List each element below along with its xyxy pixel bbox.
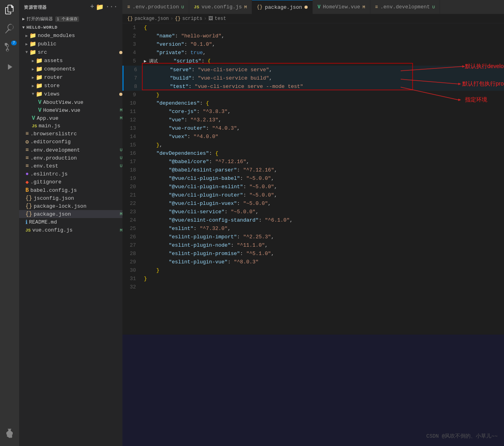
tab-env-production[interactable]: ≡ .env.production U	[122, 0, 189, 14]
tree-item-browserslistrc[interactable]: ≡ .browserslistrc	[19, 130, 122, 138]
modified-badge: M	[120, 212, 122, 216]
open-editors-label[interactable]: ▶ 打开的编辑器 1 个未保存	[19, 15, 122, 23]
tree-item-eslintrc[interactable]: ● .eslintrc.js	[19, 170, 122, 178]
token: "eslint"	[169, 226, 193, 232]
token	[144, 217, 169, 223]
source-control-icon[interactable]: 7	[0, 38, 19, 57]
token	[161, 58, 173, 64]
env-icon: ≡	[25, 147, 29, 153]
token: ,	[221, 33, 225, 39]
tree-item-appvue[interactable]: V App.vue M	[19, 114, 122, 122]
folder-arrow-icon: ▶	[32, 75, 34, 80]
env-icon: ≡	[25, 130, 29, 137]
project-root-label[interactable]: ▼ HELLO-WORLD	[19, 23, 122, 31]
tree-item-env-development[interactable]: ≡ .env.development U	[19, 146, 122, 154]
line-content: "serve": "vue-cli-service serve",	[143, 66, 504, 74]
sidebar-header: 资源管理器 + 📁 ···	[19, 0, 122, 14]
token: "^3.8.3"	[203, 109, 227, 115]
tree-item-package-lock[interactable]: {} package-lock.json	[19, 202, 122, 210]
modified-badge: M	[120, 108, 122, 113]
token	[144, 92, 156, 98]
code-line: 19 "@vue/cli-plugin-babel": "~5.0.0",	[122, 174, 504, 183]
tree-item-node-modules[interactable]: ▶ 📁 node_modules	[19, 31, 122, 40]
new-file-icon[interactable]: +	[90, 3, 94, 11]
tree-item-editorconfig[interactable]: ⚙ .editorconfig	[19, 138, 122, 146]
tab-homeview[interactable]: V HomeView.vue M	[313, 0, 370, 14]
token: ,	[218, 117, 221, 123]
tab-label: vue.config.js	[202, 4, 242, 10]
tree-item-aboutview[interactable]: V AboutView.vue	[19, 98, 122, 106]
token: :	[187, 134, 194, 140]
line-number: 16	[122, 149, 142, 158]
file-label: router	[44, 74, 122, 80]
line-number: 25	[122, 224, 142, 233]
tab-vueconfig[interactable]: JS vue.config.js M	[189, 0, 252, 14]
folder-arrow-icon: ▶	[25, 33, 28, 38]
token	[144, 234, 169, 240]
token: "serve"	[170, 67, 192, 73]
tree-item-gitignore[interactable]: ◆ .gitignore	[19, 178, 122, 186]
token	[145, 75, 170, 81]
tree-item-homeview[interactable]: V HomeView.vue M	[19, 106, 122, 114]
tree-item-components[interactable]: ▶ 📁 components	[19, 65, 122, 73]
tree-item-views[interactable]: ▼ 📁 views	[19, 90, 122, 98]
token	[144, 134, 169, 140]
unsaved-badge: 1 个未保存	[55, 16, 79, 22]
extensions-icon[interactable]	[0, 424, 19, 443]
files-icon[interactable]	[0, 0, 19, 19]
tree-item-src[interactable]: ▼ 📁 src	[19, 48, 122, 56]
tree-item-store[interactable]: ▶ 📁 store	[19, 82, 122, 90]
token: :	[175, 33, 181, 39]
tab-label: .env.production	[132, 4, 179, 10]
code-line: 3 "version": "0.1.0",	[122, 40, 504, 49]
code-line: 31}	[122, 275, 504, 283]
line-content: "vue": "^3.2.13",	[142, 116, 504, 124]
tree-item-babel[interactable]: B babel.config.js	[19, 186, 122, 194]
tree-item-router[interactable]: ▶ 📁 router	[19, 73, 122, 82]
code-line: 27 "eslint-plugin-node": "^11.1.0",	[122, 241, 504, 249]
tab-env-development[interactable]: ≡ .env.development U	[370, 0, 440, 14]
token: :	[240, 175, 246, 181]
token: :	[192, 67, 198, 73]
token: "0.1.0"	[190, 41, 212, 47]
tab-package-json[interactable]: {} package.json	[252, 0, 313, 14]
token: ,	[228, 109, 231, 115]
tree-item-jsconfig[interactable]: {} jsconfig.json	[19, 194, 122, 202]
file-label: .eslintrc.js	[30, 171, 122, 177]
tree-item-vueconfig[interactable]: JS vue.config.js M	[19, 226, 122, 234]
folder-icon: 📁	[36, 66, 43, 72]
code-editor[interactable]: 1{2 "name": "hello-world",3 "version": "…	[122, 23, 504, 335]
tree-item-env-test[interactable]: ≡ .env.test U	[19, 162, 122, 170]
tree-item-mainjs[interactable]: JS main.js	[19, 122, 122, 130]
token: ,	[274, 167, 277, 173]
breadcrumb-scripts[interactable]: scripts	[182, 16, 202, 21]
line-number: 26	[122, 233, 142, 241]
breadcrumb-test[interactable]: test	[215, 16, 226, 21]
line-number: 24	[122, 216, 142, 224]
new-folder-icon[interactable]: 📁	[96, 3, 104, 11]
tree-item-public[interactable]: ▶ 📁 public	[19, 40, 122, 48]
sidebar-header-icons: + 📁 ···	[90, 3, 118, 11]
tree-item-assets[interactable]: ▶ 📁 assets	[19, 56, 122, 65]
token: {	[206, 100, 209, 106]
token: "build"	[170, 75, 192, 81]
breadcrumb-filename[interactable]: package.json	[134, 16, 169, 21]
tree-item-readme[interactable]: ℹ README.md	[19, 218, 122, 226]
code-line: 23 "@vue/cli-service": "~5.0.0",	[122, 208, 504, 216]
tree-item-env-production[interactable]: ≡ .env.production U	[19, 154, 122, 162]
folder-icon: 📁	[29, 32, 36, 39]
token: "@vue/cli-plugin-babel"	[169, 175, 240, 181]
run-debug-icon[interactable]	[0, 57, 19, 76]
line-number: 20	[122, 183, 142, 191]
line-number: 17	[122, 158, 142, 166]
file-label: HomeView.vue	[43, 107, 118, 113]
code-line: 2 "name": "hello-world",	[122, 32, 504, 40]
more-icon[interactable]: ···	[106, 3, 118, 11]
search-icon[interactable]	[0, 19, 19, 38]
token	[144, 251, 169, 257]
js-icon: JS	[32, 124, 37, 129]
token: :	[192, 75, 198, 81]
tree-item-package-json[interactable]: {} package.json M	[19, 210, 122, 218]
token: "vue"	[169, 117, 184, 123]
line-content: "eslint-plugin-promise": "^5.1.0",	[142, 249, 504, 258]
